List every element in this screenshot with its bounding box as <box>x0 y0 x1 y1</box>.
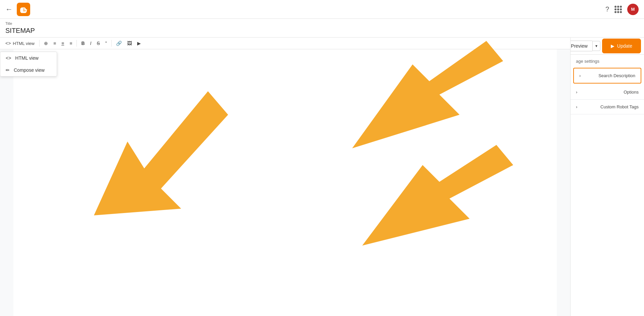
editor-inner[interactable] <box>13 49 557 316</box>
blogger-logo-icon <box>19 5 28 14</box>
title-label: Title <box>5 21 639 25</box>
options-header[interactable]: › Options <box>571 85 644 99</box>
options-chevron: › <box>576 90 577 95</box>
quote-button[interactable]: " <box>103 39 109 48</box>
link-button[interactable]: 🔗 <box>114 39 124 48</box>
view-toggle-button[interactable]: <> HTML view <box>3 39 37 48</box>
search-description-label: Search Description <box>598 73 635 78</box>
page-settings-label: age settings <box>571 55 644 66</box>
pencil-icon: ✏ <box>6 67 10 73</box>
preview-dropdown-button[interactable]: ▾ <box>592 41 600 51</box>
view-toggle-label: HTML view <box>13 41 35 46</box>
editor-toolbar: <> HTML view <> HTML view ✏ Compose view… <box>0 38 570 49</box>
apps-grid-icon <box>614 6 622 13</box>
title-area: Title <box>0 19 644 38</box>
custom-robot-tags-header[interactable]: › Custom Robot Tags <box>571 100 644 114</box>
html-code-icon: <> <box>6 55 11 61</box>
html-view-label: HTML view <box>15 55 39 61</box>
top-navigation: ← ? M <box>0 0 644 19</box>
avatar[interactable]: M <box>627 4 639 15</box>
options-section: › Options <box>571 85 644 100</box>
html-view-option[interactable]: <> HTML view <box>0 52 57 64</box>
custom-robot-tags-label: Custom Robot Tags <box>600 104 639 109</box>
compose-view-label: Compose view <box>14 67 45 73</box>
align-right-button[interactable]: ≡ <box>67 39 74 48</box>
video-button[interactable]: ▶ <box>135 39 143 48</box>
help-button[interactable]: ? <box>605 5 609 13</box>
nav-left: ← <box>5 3 30 16</box>
update-icon: ▶ <box>611 43 614 49</box>
options-label: Options <box>624 90 639 95</box>
search-description-section: › Search Description <box>573 68 641 84</box>
view-dropdown: <> HTML view ✏ Compose view <box>0 52 57 76</box>
custom-robot-tags-section: › Custom Robot Tags <box>571 100 644 114</box>
html-view-icon: <> <box>5 41 11 46</box>
editor-content <box>0 49 570 316</box>
update-label: Update <box>617 43 632 49</box>
image-button[interactable]: 🖼 <box>125 39 134 48</box>
italic-button[interactable]: I <box>88 39 94 48</box>
align-center-button[interactable]: ≡ <box>59 39 66 48</box>
preview-button[interactable]: Preview <box>570 41 592 51</box>
toolbar-separator-3 <box>111 40 112 47</box>
nav-right: ? M <box>605 4 639 15</box>
compose-view-option[interactable]: ✏ Compose view <box>0 64 57 76</box>
editor-area: <> HTML view <> HTML view ✏ Compose view… <box>0 38 570 316</box>
right-sidebar: Preview ▾ ▶ Update age settings › Search… <box>570 38 644 316</box>
preview-update-bar: Preview ▾ ▶ Update <box>571 38 644 55</box>
update-button[interactable]: ▶ Update <box>603 40 640 52</box>
apps-button[interactable] <box>614 6 622 13</box>
strikethrough-button[interactable]: S <box>94 39 102 48</box>
custom-robot-tags-chevron: › <box>576 104 577 109</box>
blogger-logo <box>17 3 30 16</box>
bold-button[interactable]: B <box>79 39 87 48</box>
search-replace-button[interactable]: ⊕ <box>42 39 50 48</box>
align-left-button[interactable]: ≡ <box>51 39 58 48</box>
toolbar-separator-1 <box>39 40 40 47</box>
search-description-chevron: › <box>579 73 581 78</box>
toolbar-separator-2 <box>76 40 77 47</box>
back-button[interactable]: ← <box>5 5 13 14</box>
main-layout: <> HTML view <> HTML view ✏ Compose view… <box>0 38 644 316</box>
search-description-header[interactable]: › Search Description <box>574 68 641 83</box>
title-input[interactable] <box>5 25 639 37</box>
